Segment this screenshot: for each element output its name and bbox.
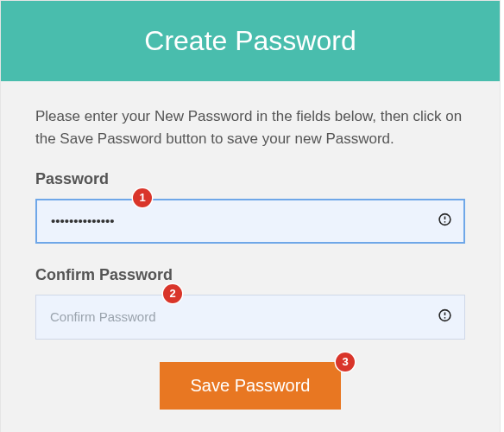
password-label: Password — [35, 170, 465, 188]
panel-header: Create Password — [1, 1, 500, 81]
page-title: Create Password — [144, 25, 356, 57]
password-input-wrapper: 1 — [35, 199, 465, 244]
confirm-password-label: Confirm Password — [35, 266, 465, 284]
annotation-badge-2: 2 — [163, 284, 182, 303]
annotation-badge-1: 1 — [133, 188, 152, 207]
confirm-password-input[interactable] — [35, 295, 465, 340]
panel-content: Please enter your New Password in the fi… — [1, 81, 500, 432]
instruction-text: Please enter your New Password in the fi… — [35, 105, 465, 151]
create-password-panel: Create Password Please enter your New Pa… — [0, 0, 501, 432]
confirm-password-input-wrapper: 2 — [35, 295, 465, 340]
save-password-button[interactable]: Save Password — [160, 362, 342, 410]
annotation-badge-3: 3 — [336, 353, 355, 372]
password-input[interactable] — [35, 199, 465, 244]
button-row: Save Password 3 — [35, 362, 465, 410]
